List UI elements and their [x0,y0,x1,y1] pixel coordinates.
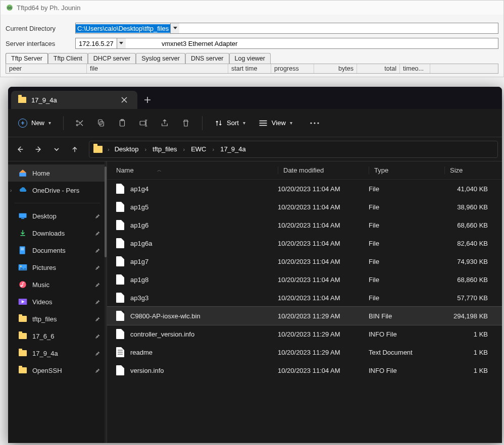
file-row[interactable]: readme10/20/2023 11:29 AMText Document1 … [107,343,502,361]
copy-icon [96,119,106,128]
cut-button[interactable] [71,114,89,132]
file-name: ap1g7 [130,258,148,265]
file-row[interactable]: ap1g6a10/20/2023 11:04 AMFile82,640 KB [107,234,502,252]
svg-rect-13 [21,248,24,248]
tab-close-button[interactable] [118,94,130,106]
col-timeo[interactable]: timeo... [400,64,430,73]
new-tab-button[interactable] [137,91,158,109]
sidebar-item-17-6-6[interactable]: 17_6_6 [8,327,107,345]
paste-button[interactable] [113,114,131,132]
sidebar-item-onedrive[interactable]: › OneDrive - Pers [8,182,107,199]
sidebar-item-documents[interactable]: Documents [8,242,107,259]
sidebar-item-home[interactable]: Home [8,164,107,182]
sidebar-item-music[interactable]: Music [8,276,107,293]
explorer-tab[interactable]: 17_9_4a [11,91,137,109]
svg-text:66: 66 [8,6,12,10]
file-row[interactable]: version.info10/20/2023 11:04 AMINFO File… [107,361,502,379]
more-button[interactable] [306,114,324,132]
sidebar-item-downloads[interactable]: Downloads [8,225,107,242]
sidebar-item-label: Documents [32,247,66,254]
breadcrumb-segment[interactable]: 17_9_4a [218,144,248,154]
file-row[interactable]: ap1g410/20/2023 11:04 AMFile41,040 KB [107,180,502,198]
breadcrumb-segment[interactable]: Desktop [113,144,141,154]
up-button[interactable] [67,141,83,157]
sort-button[interactable]: Sort ▾ [210,116,250,130]
breadcrumb[interactable]: › Desktop›tftp_files›EWC›17_9_4a [89,141,498,158]
col-modified[interactable]: Date modified [278,166,369,174]
pin-icon[interactable] [95,299,100,305]
col-progress[interactable]: progress [271,64,314,73]
sidebar-item-label: Videos [32,298,53,306]
tftpd-tab-tftp-server[interactable]: Tftp Server [6,53,48,64]
breadcrumb-segment[interactable]: EWC [189,144,208,154]
pin-icon[interactable] [95,351,100,356]
tftpd-tab-syslog-server[interactable]: Syslog server [136,53,185,64]
server-interfaces-input[interactable]: 172.16.5.27 vmxnet3 Ethernet Adapter [75,38,498,49]
explorer-navbar: › Desktop›tftp_files›EWC›17_9_4a [8,137,502,161]
desktop-icon [18,211,27,220]
chevron-right-icon: › [183,146,185,152]
col-start-time[interactable]: start time [228,64,271,73]
pin-icon[interactable] [95,368,100,373]
recent-button[interactable] [48,141,65,157]
col-bytes[interactable]: bytes [314,64,357,73]
sidebar-item-desktop[interactable]: Desktop [8,207,107,225]
forward-button[interactable] [30,141,46,157]
svg-rect-14 [21,249,24,250]
server-interfaces-dropdown[interactable] [117,38,126,48]
share-button[interactable] [156,114,174,132]
current-directory-dropdown[interactable] [170,23,179,33]
pin-icon[interactable] [95,333,100,339]
back-button[interactable] [12,141,28,157]
sidebar-item-label: Music [32,281,49,289]
sidebar-scrollbar[interactable] [105,161,107,443]
col-total[interactable]: total [357,64,400,73]
server-interfaces-label: Server interfaces [6,40,71,47]
new-button[interactable]: + New ▾ [13,116,56,131]
file-row[interactable]: ap1g510/20/2023 11:04 AMFile38,960 KB [107,198,502,216]
pin-icon[interactable] [95,265,100,270]
file-icon [116,202,124,212]
col-name[interactable]: Name ︿ [116,166,278,174]
sidebar-item-17-9-4a[interactable]: 17_9_4a [8,345,107,362]
breadcrumb-segment[interactable]: tftp_files [150,144,179,154]
col-size[interactable]: Size [444,166,493,174]
pin-icon[interactable] [95,316,100,322]
tftpd-tab-log-viewer[interactable]: Log viewer [229,53,271,64]
chevron-right-icon: › [10,188,12,193]
tftpd-tab-dns-server[interactable]: DNS server [185,53,229,64]
sidebar-item-pictures[interactable]: Pictures [8,259,107,276]
pin-icon[interactable] [95,213,100,219]
sidebar-item-tftp-files[interactable]: tftp_files [8,310,107,327]
delete-button[interactable] [177,114,195,132]
file-row[interactable]: controller_version.info10/20/2023 11:29 … [107,325,502,343]
sidebar-item-label: Downloads [32,230,65,237]
file-row[interactable]: ap1g610/20/2023 11:04 AMFile68,660 KB [107,216,502,234]
view-icon [259,120,268,127]
tftpd-tab-dhcp-server[interactable]: DHCP server [88,53,136,64]
arrow-left-icon [16,145,24,153]
file-row[interactable]: C9800-AP-iosxe-wlc.bin10/20/2023 11:29 A… [107,307,502,325]
sidebar-item-videos[interactable]: Videos [8,293,107,310]
file-row[interactable]: ap1g810/20/2023 11:04 AMFile68,860 KB [107,270,502,289]
tftpd-title: Tftpd64 by Ph. Jounin [17,4,80,12]
col-file[interactable]: file [87,64,228,73]
file-row[interactable]: ap3g310/20/2023 11:04 AMFile57,770 KB [107,289,502,307]
pin-icon[interactable] [95,231,100,236]
file-row[interactable]: ap1g710/20/2023 11:04 AMFile74,930 KB [107,252,502,270]
tftpd-grid-header: peer file start time progress bytes tota… [6,64,498,74]
scissors-icon [75,119,84,128]
scrollbar-thumb[interactable] [105,166,107,257]
pin-icon[interactable] [95,282,100,288]
pin-icon[interactable] [95,248,100,253]
view-button[interactable]: View ▾ [254,116,297,130]
rename-button[interactable] [134,114,153,132]
copy-button[interactable] [92,114,110,132]
col-peer[interactable]: peer [6,64,87,73]
col-type[interactable]: Type [369,166,444,174]
file-type: File [369,240,444,247]
file-size: 38,960 KB [444,203,493,211]
sidebar-item-openssh[interactable]: OpenSSH [8,362,107,379]
tftpd-tab-tftp-client[interactable]: Tftp Client [48,53,88,64]
current-directory-input[interactable]: C:\Users\calo\Desktop\tftp_files [75,23,498,34]
